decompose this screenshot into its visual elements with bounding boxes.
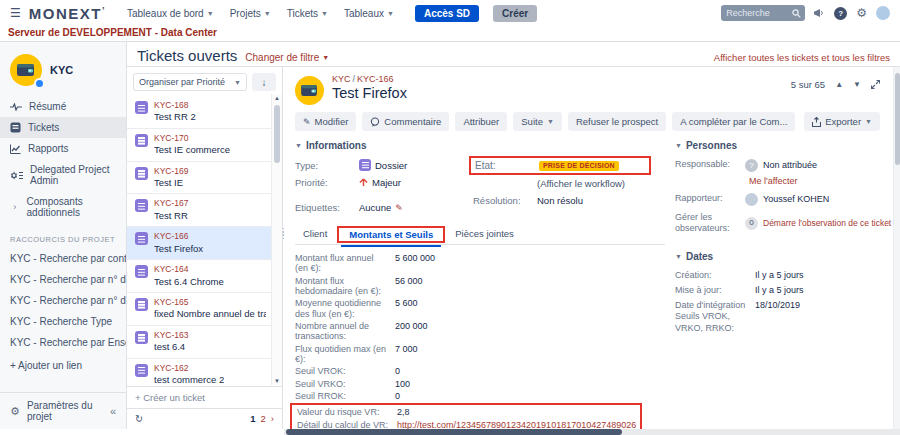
sort-select[interactable]: Organiser par Priorité▼: [133, 73, 247, 91]
type-row: Type: Dossier: [295, 159, 473, 171]
page-current[interactable]: 1: [250, 413, 255, 424]
field-label: Seuil VROK:: [295, 366, 395, 376]
previous-ticket-icon[interactable]: ▲: [835, 80, 843, 89]
acces-sd-button[interactable]: Accès SD: [415, 5, 479, 22]
integration-date-label: Date d'intégration Seuils VROK, VRKO, RR…: [675, 300, 755, 334]
breadcrumb-project-link[interactable]: KYC: [332, 74, 351, 84]
user-avatar[interactable]: [876, 6, 890, 20]
field-row: Montant flux annuel (en €):5 600 000: [295, 253, 665, 274]
ticket-summary: test 6.4: [154, 341, 189, 353]
watchers-label: Gérer les observateurs:: [675, 212, 745, 235]
add-link-button[interactable]: + Ajouter un lien: [0, 353, 126, 378]
nav-tickets[interactable]: Tickets▼: [287, 8, 328, 19]
ticket-summary: Test Firefox: [154, 243, 203, 255]
created-label: Création:: [675, 270, 755, 281]
create-button[interactable]: Créer: [493, 5, 537, 22]
updated-row: Mise à jour: Il y a 5 jours: [675, 285, 880, 296]
shortcut-recherche-enseigne[interactable]: KYC - Recherche par Enseigne: [0, 332, 126, 353]
informations-section-header[interactable]: ▼Informations: [295, 140, 665, 151]
monext-logo[interactable]: MONEXT’: [29, 5, 106, 22]
next-ticket-icon[interactable]: ▼: [853, 80, 861, 89]
ticket-row[interactable]: KYC-164Test 6.4 Chrome: [127, 260, 271, 293]
detail-scrollbar[interactable]: [893, 67, 900, 429]
ticket-title: Test Firefox: [332, 85, 407, 101]
shortcut-recherche-contact[interactable]: KYC - Recherche par contact: [0, 248, 126, 269]
watchers-row: Gérer les observateurs: 0Démarre l'obser…: [675, 212, 880, 235]
ticket-key: KYC-164: [154, 264, 224, 275]
feedback-megaphone-icon[interactable]: [814, 8, 825, 18]
ticket-detail-panel: KYC/KYC-166 Test Firefox 5 sur 65 ▲ ▼ ✎M…: [283, 67, 900, 429]
create-ticket-link[interactable]: + Créer un ticket: [127, 386, 282, 408]
scrollbar-thumb[interactable]: [286, 429, 622, 435]
tab-client[interactable]: Client: [295, 225, 335, 244]
scroll-down-icon[interactable]: ▼: [272, 378, 282, 384]
expand-icon[interactable]: [871, 80, 880, 89]
tab-pieces-jointes[interactable]: Pièces jointes: [447, 225, 522, 244]
start-watching-link[interactable]: Démarre l'observation de ce ticket: [763, 218, 891, 229]
scrollbar-thumb[interactable]: [274, 105, 280, 163]
show-all-tickets-link[interactable]: Afficher toutes les tickets et tous les …: [714, 52, 890, 63]
vr-detail-url-link[interactable]: http://test.com/123456789012342019101817…: [397, 420, 636, 429]
more-actions-button[interactable]: Suite▼: [513, 112, 562, 131]
assign-to-me-link[interactable]: Me l'affecter: [749, 176, 880, 186]
show-workflow-link[interactable]: (Afficher le workflow): [537, 178, 665, 189]
breadcrumb-key-link[interactable]: KYC-166: [357, 74, 394, 84]
refuse-prospect-button[interactable]: Refuser le prospect: [568, 112, 666, 131]
shortcut-recherche-siret[interactable]: KYC - Recherche par n° de SIRET: [0, 290, 126, 311]
field-row: Valeur du risque VR:2,8: [297, 407, 635, 417]
ticket-row[interactable]: KYC-168Test RR 2: [127, 96, 271, 129]
page-next-arrow[interactable]: ›: [271, 413, 274, 424]
ticket-row[interactable]: KYC-167Test RR: [127, 194, 271, 227]
sidebar-item-rapports[interactable]: Rapports: [0, 138, 126, 159]
annotation-box-tab: Montants et Seuils: [337, 226, 445, 243]
ticket-row[interactable]: KYC-165fixed Nombre annuel de transa...: [127, 293, 271, 326]
search-box[interactable]: [721, 5, 805, 21]
scrollbar-thumb[interactable]: [895, 73, 900, 165]
edit-labels-pencil-icon[interactable]: ✎: [395, 203, 403, 213]
sidebar-item-delegated-admin[interactable]: Delegated Project Admin: [0, 159, 126, 191]
labels-value: Aucune: [359, 202, 391, 213]
ticket-items: KYC-168Test RR 2 KYC-170Test IE commerce…: [127, 96, 271, 386]
dossier-icon: [135, 199, 148, 212]
assign-button[interactable]: Attribuer: [455, 112, 507, 131]
dossier-icon: [359, 159, 371, 171]
personnes-section-header[interactable]: ▼Personnes: [675, 140, 880, 151]
export-button[interactable]: Exporter▼: [804, 112, 880, 131]
shortcut-recherche-type[interactable]: KYC - Recherche Type: [0, 311, 126, 332]
shortcut-recherche-ticket[interactable]: KYC - Recherche par n° de ticket: [0, 269, 126, 290]
sidebar-item-resume[interactable]: Résumé: [0, 96, 126, 117]
refresh-icon[interactable]: ↻: [135, 413, 143, 424]
project-header[interactable]: KYC: [0, 50, 126, 96]
search-input[interactable]: [726, 8, 792, 18]
collapse-sidebar-icon[interactable]: «: [110, 405, 116, 417]
edit-button[interactable]: ✎Modifier: [295, 112, 356, 131]
complete-by-com-button[interactable]: A compléter par le Com...: [672, 112, 795, 131]
sort-direction-button[interactable]: ↓: [252, 73, 276, 91]
sidebar-item-composants[interactable]: › Composants additionnels: [0, 191, 126, 223]
hamburger-menu-icon[interactable]: ☰: [10, 6, 21, 20]
field-label: Moyenne quotidienne des flux (en €):: [295, 298, 395, 319]
help-icon[interactable]: ?: [834, 7, 847, 20]
ticket-row-selected[interactable]: KYC-166Test Firefox: [127, 227, 271, 260]
dates-section-header[interactable]: ▼Dates: [675, 251, 880, 262]
change-filter-link[interactable]: Changer de filtre▼: [245, 52, 329, 63]
page-next[interactable]: 2: [261, 413, 266, 424]
dossier-icon: [135, 167, 148, 180]
ticket-row[interactable]: KYC-170Test IE commerce: [127, 129, 271, 162]
tab-montants-et-seuils[interactable]: Montants et Seuils: [341, 226, 441, 247]
ticket-row[interactable]: KYC-169Test IE: [127, 162, 271, 195]
nav-dashboards[interactable]: Tableaux de bord▼: [127, 8, 214, 19]
sidebar-item-tickets[interactable]: Tickets: [0, 117, 126, 138]
ticket-row[interactable]: KYC-163test 6.4: [127, 326, 271, 359]
panel-resize-handle[interactable]: ⋮⋮: [279, 230, 287, 238]
nav-projects[interactable]: Projets▼: [230, 8, 271, 19]
comment-button[interactable]: Commentaire: [362, 112, 449, 131]
project-settings-button[interactable]: Paramètres du projet: [27, 400, 103, 422]
nav-boards[interactable]: Tableaux▼: [344, 8, 394, 19]
scroll-up-icon[interactable]: ▲: [272, 95, 282, 101]
sidebar-item-label: Rapports: [28, 143, 69, 154]
gear-icon[interactable]: ⚙: [856, 7, 867, 19]
chevron-down-icon: ▼: [675, 142, 682, 149]
horizontal-scrollbar[interactable]: [284, 429, 900, 435]
ticket-row[interactable]: KYC-162test commerce 2: [127, 359, 271, 387]
